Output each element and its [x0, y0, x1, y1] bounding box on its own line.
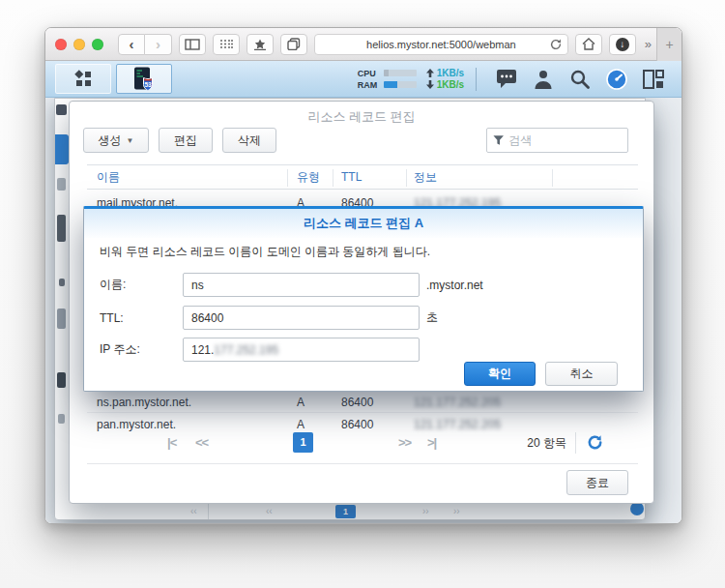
background-icon-fragment	[57, 309, 66, 329]
first-page-button[interactable]: |<	[167, 435, 176, 450]
column-header-info[interactable]: 정보	[414, 165, 437, 189]
ip-label: IP 주소:	[100, 341, 183, 358]
minimize-window-button[interactable]	[73, 39, 85, 50]
ip-field-row: IP 주소: 121. 177.252.195	[100, 338, 420, 362]
widgets-button[interactable]	[635, 64, 672, 94]
search-icon	[569, 69, 591, 90]
search-input[interactable]	[508, 133, 622, 147]
background-toolbar-icon-fragment	[56, 104, 67, 115]
column-header-ttl[interactable]: TTL	[341, 165, 362, 189]
current-page[interactable]: 1	[293, 432, 313, 453]
record-info-redacted: 121.177.252.205	[414, 393, 501, 412]
notifications-button[interactable]	[488, 64, 525, 94]
ram-meter	[384, 81, 417, 88]
download-arrow-icon	[426, 80, 434, 89]
next-page-button[interactable]: >>	[398, 435, 411, 450]
background-icon-fragment	[59, 279, 65, 286]
zoom-window-button[interactable]	[92, 39, 103, 50]
toolbar-divider	[476, 68, 477, 91]
address-bar[interactable]: helios.mystor.net:5000/webman	[314, 34, 568, 55]
record-type: A	[297, 393, 304, 412]
refresh-icon	[587, 434, 603, 451]
name-input[interactable]	[183, 273, 420, 297]
background-icon-fragment	[57, 215, 66, 242]
background-pagination-mark: ››	[422, 508, 431, 514]
main-menu-icon	[72, 70, 94, 89]
download-speed: 1KB/s	[437, 79, 464, 90]
filter-funnel-icon	[493, 134, 504, 146]
column-separator	[406, 169, 407, 187]
delete-button[interactable]: 삭제	[222, 128, 276, 153]
dsm-toolbar: 53 CPU RAM 1KB/s 1KB/s	[45, 61, 682, 98]
items-per-page[interactable]: 20 항목	[527, 435, 566, 452]
table-header[interactable]: 이름 유형 TTL 정보	[87, 164, 638, 190]
sidebar-icon	[185, 39, 200, 50]
edit-button[interactable]: 편집	[159, 128, 213, 153]
ram-label: RAM	[358, 80, 381, 90]
ip-visible-part: 121.	[191, 343, 214, 357]
cpu-label: CPU	[358, 69, 381, 78]
new-tab-button[interactable]: +	[656, 28, 682, 61]
cpu-meter	[384, 70, 417, 76]
browser-toolbar: ‹ › helios.mystor.net:5000/webman	[45, 28, 682, 61]
download-icon: ↓	[616, 38, 629, 51]
widgets-icon	[642, 69, 665, 90]
sidebar-button[interactable]	[179, 34, 206, 55]
pagination-bar: |< << 1 >> >| 20 항목	[87, 432, 638, 456]
upload-speed: 1KB/s	[437, 68, 464, 78]
grid-button[interactable]	[213, 34, 240, 55]
chevron-down-icon: ▼	[127, 136, 134, 145]
background-pagination-mark: ‹‹	[266, 508, 275, 514]
ttl-input[interactable]	[183, 306, 420, 330]
background-icon-fragment	[58, 414, 65, 424]
table-row[interactable]: ns.pan.mystor.net. A 86400 121.177.252.2…	[87, 393, 638, 413]
ip-input[interactable]: 121. 177.252.195	[183, 338, 420, 362]
background-page-number: 1	[335, 505, 356, 518]
prev-page-button[interactable]: <<	[195, 435, 208, 450]
column-separator	[552, 169, 553, 187]
pagination-divider	[575, 432, 576, 454]
dialog-title: 리소스 레코드 편집 A	[304, 215, 423, 232]
search-button[interactable]	[562, 64, 598, 94]
top-sites-button[interactable]	[246, 34, 274, 55]
footer-divider	[87, 463, 638, 464]
background-selected-item-fragment	[55, 134, 69, 164]
create-button[interactable]: 생성 ▼	[83, 128, 149, 153]
options-button[interactable]	[525, 64, 562, 94]
chat-bubble-icon	[495, 69, 518, 90]
close-button[interactable]: 종료	[566, 470, 628, 495]
refresh-button[interactable]	[587, 434, 603, 451]
svg-text:53: 53	[144, 81, 152, 88]
main-menu-button[interactable]	[55, 64, 111, 94]
reload-icon[interactable]	[549, 38, 563, 55]
name-label: 이름:	[100, 277, 183, 293]
close-window-button[interactable]	[55, 39, 67, 50]
name-field-row: 이름: .mystor.net	[100, 273, 483, 297]
user-icon	[533, 69, 554, 90]
resource-monitor[interactable]: CPU RAM	[358, 69, 417, 90]
network-speeds: 1KB/s 1KB/s	[426, 68, 464, 90]
tab-overview-button[interactable]	[280, 34, 307, 55]
home-button[interactable]	[575, 34, 602, 55]
downloads-button[interactable]: ↓	[609, 34, 636, 55]
safari-window: ‹ › helios.mystor.net:5000/webman	[44, 27, 682, 524]
dns-server-icon: 53	[130, 66, 158, 93]
ip-redacted-part: 177.252.195	[214, 343, 278, 357]
column-header-type[interactable]: 유형	[297, 165, 320, 189]
pilot-view-button[interactable]	[598, 64, 635, 94]
search-field[interactable]	[486, 128, 628, 153]
background-refresh-icon	[630, 502, 644, 515]
dns-server-app-button[interactable]: 53	[116, 64, 172, 94]
toolbar-overflow-button[interactable]: »	[643, 37, 652, 51]
dsm-desktop-area: ‹‹ ‹‹ 1 ›› ›› 리소스 레코드 편집 생성 ▼ 편집 삭제	[45, 98, 682, 524]
column-header-name[interactable]: 이름	[97, 165, 120, 189]
ok-button[interactable]: 확인	[464, 362, 536, 386]
background-pagination-mark: ››	[453, 508, 462, 514]
column-separator	[287, 169, 288, 187]
tabs-icon	[287, 38, 301, 50]
cancel-button[interactable]: 취소	[545, 362, 618, 386]
forward-button[interactable]: ›	[145, 34, 172, 55]
back-button[interactable]: ‹	[118, 34, 145, 55]
last-page-button[interactable]: >|	[427, 435, 436, 450]
gauge-icon	[605, 68, 628, 91]
